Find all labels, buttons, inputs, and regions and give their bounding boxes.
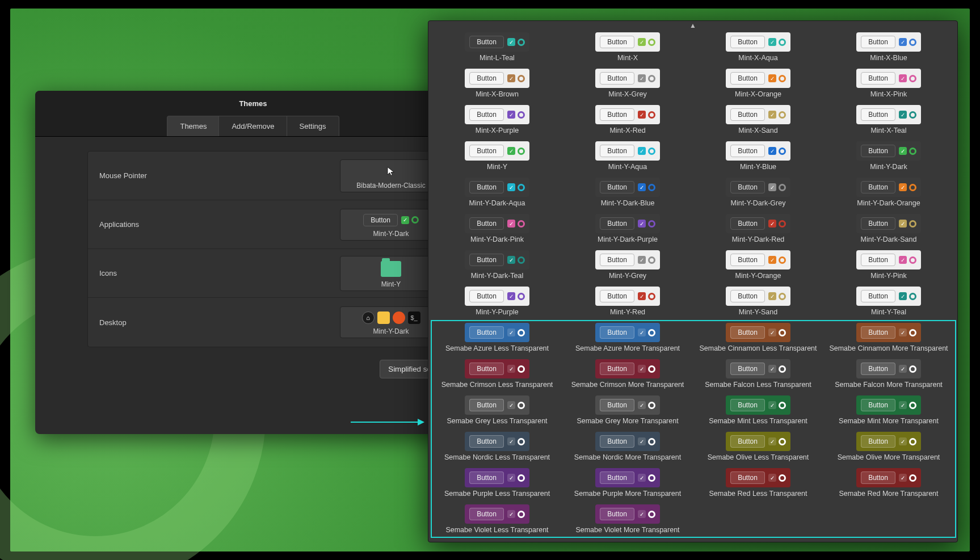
sample-button: Button — [469, 363, 504, 375]
mouse-pointer-selector[interactable]: Bibata-Modern-Classic — [340, 159, 442, 192]
check-icon: ✓ — [507, 474, 515, 482]
theme-option[interactable]: Button✓Mint-Y-Teal — [823, 285, 954, 317]
theme-swatch: Button✓ — [595, 359, 660, 378]
sample-button: Button — [730, 290, 765, 302]
theme-swatch: Button✓ — [465, 432, 529, 451]
radio-icon — [518, 329, 525, 336]
radio-icon — [648, 220, 655, 228]
theme-option[interactable]: Button✓Semabe Purple Less Transparent — [432, 467, 562, 499]
radio-icon — [518, 184, 525, 191]
theme-option[interactable]: Button✓Semabe Grey Less Transparent — [432, 394, 562, 426]
theme-option[interactable]: Button✓Mint-Y-Dark-Red — [693, 213, 823, 245]
radio-icon — [648, 184, 655, 191]
theme-option[interactable]: Button✓Mint-X-Orange — [693, 68, 823, 99]
radio-icon — [779, 329, 786, 336]
theme-swatch: Button✓ — [856, 395, 921, 415]
theme-option[interactable]: Button✓Semabe Falcon Less Transparent — [693, 358, 823, 390]
tab-add-remove[interactable]: Add/Remove — [218, 116, 287, 136]
theme-option[interactable]: Button✓Semabe Mint More Transparent — [823, 394, 954, 426]
theme-option[interactable]: Button✓Mint-Y-Dark-Sand — [823, 213, 954, 245]
theme-option[interactable]: Button✓Semabe Olive More Transparent — [823, 431, 954, 462]
theme-option[interactable]: Button✓Mint-X-Blue — [823, 31, 954, 63]
theme-option[interactable]: Button✓Semabe Purple More Transparent — [562, 467, 693, 499]
theme-name-label: Mint-X — [617, 54, 638, 62]
theme-name-label: Semabe Mint Less Transparent — [709, 417, 807, 425]
sample-button: Button — [600, 508, 634, 520]
theme-grid: Button✓Mint-L-TealButton✓Mint-XButton✓Mi… — [428, 30, 957, 542]
sample-button: Button — [469, 181, 504, 193]
theme-option[interactable]: Button✓Mint-X-Teal — [823, 104, 954, 136]
radio-icon — [518, 220, 525, 228]
theme-option[interactable]: Button✓Semabe Azure More Transparent — [562, 322, 693, 353]
radio-icon — [648, 511, 655, 518]
theme-option[interactable]: Button✓Mint-Y-Dark-Purple — [562, 213, 693, 245]
check-icon: ✓ — [507, 74, 515, 82]
theme-option[interactable]: Button✓Mint-Y-Dark-Teal — [432, 249, 562, 281]
theme-option[interactable]: Button✓Semabe Red Less Transparent — [693, 467, 823, 499]
theme-option[interactable]: Button✓Mint-X — [562, 31, 693, 63]
tab-settings[interactable]: Settings — [287, 116, 339, 136]
theme-option[interactable]: Button✓Mint-Y-Red — [562, 285, 693, 317]
sample-button: Button — [730, 181, 765, 193]
theme-swatch: Button✓ — [465, 141, 529, 161]
sample-button: Button — [469, 108, 504, 121]
sample-button: Button — [861, 217, 895, 230]
theme-option[interactable]: Button✓Mint-X-Brown — [432, 68, 562, 99]
radio-icon — [909, 220, 916, 228]
theme-option[interactable]: Button✓Mint-Y-Dark-Aqua — [432, 176, 562, 208]
theme-option[interactable]: Button✓Semabe Olive Less Transparent — [693, 431, 823, 462]
theme-option[interactable]: Button✓Mint-Y — [432, 140, 562, 172]
theme-option[interactable]: Button✓Semabe Cinnamon Less Transparent — [693, 322, 823, 353]
icons-theme-selector[interactable]: Mint-Y — [340, 256, 442, 291]
theme-option[interactable]: Button✓Mint-X-Grey — [562, 68, 693, 99]
theme-option[interactable]: Button✓Mint-Y-Dark-Blue — [562, 176, 693, 208]
radio-icon — [518, 511, 525, 518]
theme-option[interactable]: Button✓Semabe Cinnamon More Transparent — [823, 322, 954, 353]
radio-icon — [648, 438, 655, 445]
theme-option[interactable]: Button✓Semabe Nordic More Transparent — [562, 431, 693, 462]
scroll-up-arrow[interactable]: ▲ — [428, 21, 957, 30]
theme-option[interactable]: Button✓Mint-Y-Dark — [823, 140, 954, 172]
theme-option[interactable]: Button✓Mint-X-Pink — [823, 68, 954, 99]
theme-swatch: Button✓ — [856, 141, 921, 161]
theme-option[interactable]: Button✓Semabe Falcon More Transparent — [823, 358, 954, 390]
theme-option[interactable]: Button✓Mint-Y-Blue — [693, 140, 823, 172]
theme-option[interactable]: Button✓Semabe Red More Transparent — [823, 467, 954, 499]
theme-option[interactable]: Button✓Semabe Violet Less Transparent — [432, 503, 562, 535]
theme-option[interactable]: Button✓Mint-Y-Grey — [562, 249, 693, 281]
theme-name-label: Mint-X-Red — [609, 127, 645, 134]
theme-option[interactable]: Button✓Semabe Grey More Transparent — [562, 394, 693, 426]
theme-option[interactable]: Button✓Mint-Y-Orange — [693, 249, 823, 281]
theme-swatch: Button✓ — [726, 468, 790, 487]
theme-option[interactable]: Button✓Mint-Y-Pink — [823, 249, 954, 281]
check-icon: ✓ — [899, 74, 907, 82]
window-titlebar[interactable]: Themes — [35, 91, 471, 116]
theme-option[interactable]: Button✓Mint-Y-Purple — [432, 285, 562, 317]
check-icon: ✓ — [768, 329, 776, 336]
check-icon: ✓ — [638, 292, 646, 300]
theme-option[interactable]: Button✓Mint-Y-Dark-Pink — [432, 213, 562, 245]
theme-option[interactable]: Button✓Semabe Nordic Less Transparent — [432, 431, 562, 462]
theme-option[interactable]: Button✓Semabe Crimson Less Transparent — [432, 358, 562, 390]
applications-theme-selector[interactable]: Button ✓ Mint-Y-Dark — [340, 209, 442, 241]
theme-option[interactable]: Button✓Mint-X-Red — [562, 104, 693, 136]
sample-button: Button — [730, 36, 765, 48]
theme-option[interactable]: Button✓Semabe Crimson More Transparent — [562, 358, 693, 390]
theme-option[interactable]: Button✓Mint-Y-Dark-Orange — [823, 176, 954, 208]
theme-option[interactable]: Button✓Mint-L-Teal — [432, 31, 562, 63]
theme-option[interactable]: Button✓Mint-X-Aqua — [693, 31, 823, 63]
row-label: Applications — [99, 220, 340, 229]
theme-option[interactable]: Button✓Semabe Mint Less Transparent — [693, 394, 823, 426]
theme-option[interactable]: Button✓Mint-Y-Sand — [693, 285, 823, 317]
sample-button: Button — [861, 471, 895, 484]
desktop-theme-selector[interactable]: ⌂ $_ Mint-Y-Dark — [340, 306, 442, 338]
theme-option[interactable]: Button✓Mint-X-Purple — [432, 104, 562, 136]
theme-option[interactable]: Button✓Mint-Y-Aqua — [562, 140, 693, 172]
theme-option[interactable]: Button✓Semabe Azure Less Transparent — [432, 322, 562, 353]
theme-option[interactable]: Button✓Mint-Y-Dark-Grey — [693, 176, 823, 208]
tab-themes[interactable]: Themes — [167, 116, 220, 136]
sample-button: Button — [363, 214, 398, 226]
theme-option[interactable]: Button✓Semabe Violet More Transparent — [562, 503, 693, 535]
sample-button: Button — [600, 326, 634, 339]
theme-option[interactable]: Button✓Mint-X-Sand — [693, 104, 823, 136]
